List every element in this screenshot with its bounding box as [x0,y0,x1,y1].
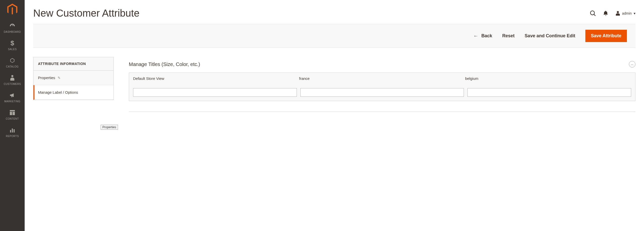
magento-logo-icon [7,4,17,16]
action-bar: ← Back Reset Save and Continue Edit Save… [33,24,635,48]
nav-reports[interactable]: REPORTS [0,123,25,141]
layout-icon [10,109,15,116]
nav-dashboard[interactable]: DASHBOARD [0,19,25,36]
fieldset-title: Manage Titles (Size, Color, etc.) [129,61,629,67]
nav-label: CATALOG [6,65,19,68]
back-label: Back [481,33,492,39]
save-continue-button[interactable]: Save and Continue Edit [525,33,575,39]
form-area: Manage Titles (Size, Color, etc.) ︿ Defa… [129,57,635,112]
search-icon[interactable] [590,10,596,16]
input-default-store[interactable] [133,88,297,97]
tab-properties-label: Properties [38,76,55,80]
save-attribute-button[interactable]: Save Attribute [585,30,627,42]
nav-label: CUSTOMERS [4,83,21,85]
reset-button[interactable]: Reset [502,33,515,39]
header-tools: admin ▾ [590,10,635,16]
page-header: New Customer Attribute admin ▾ [25,0,644,24]
bell-icon[interactable] [603,11,608,16]
nav-label: SALES [8,48,17,51]
save-label: Save Attribute [591,33,621,38]
main-area: New Customer Attribute admin ▾ ← Back Re… [25,0,644,231]
properties-tooltip: Properties [101,125,118,130]
person-icon [10,75,15,81]
attribute-info-panel: ATTRIBUTE INFORMATION Properties ✎ Manag… [33,57,114,100]
pencil-icon: ✎ [58,76,61,80]
cube-icon [10,57,15,64]
dollar-icon: $ [11,40,14,46]
divider [129,112,635,112]
titles-inputs [129,84,635,101]
user-name: admin [622,11,632,15]
content-row: ATTRIBUTE INFORMATION Properties ✎ Manag… [25,48,644,112]
dashboard-icon [9,22,15,29]
user-menu[interactable]: admin ▾ [616,11,635,16]
nav-marketing[interactable]: MARKETING [0,88,25,106]
tab-properties[interactable]: Properties ✎ [33,71,113,85]
tab-manage-labels[interactable]: Manage Label / Options [33,85,113,100]
bars-icon [10,127,15,133]
col-default-store: Default Store View [133,76,299,81]
col-belgium: belgium [465,76,631,81]
titles-table: Default Store View france belgium [129,73,635,101]
nav-label: REPORTS [6,135,19,138]
back-button[interactable]: ← Back [473,33,492,39]
user-icon [616,11,620,16]
chevron-up-icon: ︿ [631,62,634,67]
chevron-down-icon: ▾ [634,11,635,15]
nav-customers[interactable]: CUSTOMERS [0,71,25,88]
arrow-left-icon: ← [473,33,478,39]
nav-label: DASHBOARD [4,30,21,33]
nav-label: CONTENT [6,117,19,120]
magento-logo[interactable] [0,0,25,19]
input-belgium[interactable] [467,88,631,97]
nav-catalog[interactable]: CATALOG [0,54,25,71]
save-continue-label: Save and Continue Edit [525,33,575,39]
input-france[interactable] [300,88,464,97]
titles-header: Default Store View france belgium [129,73,635,84]
tab-labels-label: Manage Label / Options [38,90,78,94]
admin-sidebar: DASHBOARD $ SALES CATALOG CUSTOMERS MARK… [0,0,25,231]
megaphone-icon [10,92,15,98]
panel-title: ATTRIBUTE INFORMATION [33,57,113,71]
nav-sales[interactable]: $ SALES [0,36,25,54]
fieldset-header: Manage Titles (Size, Color, etc.) ︿ [129,57,635,73]
col-france: france [299,76,465,81]
nav-label: MARKETING [4,100,20,103]
reset-label: Reset [502,33,515,39]
collapse-button[interactable]: ︿ [629,61,635,68]
nav-content[interactable]: CONTENT [0,106,25,123]
page-title: New Customer Attribute [33,8,590,19]
